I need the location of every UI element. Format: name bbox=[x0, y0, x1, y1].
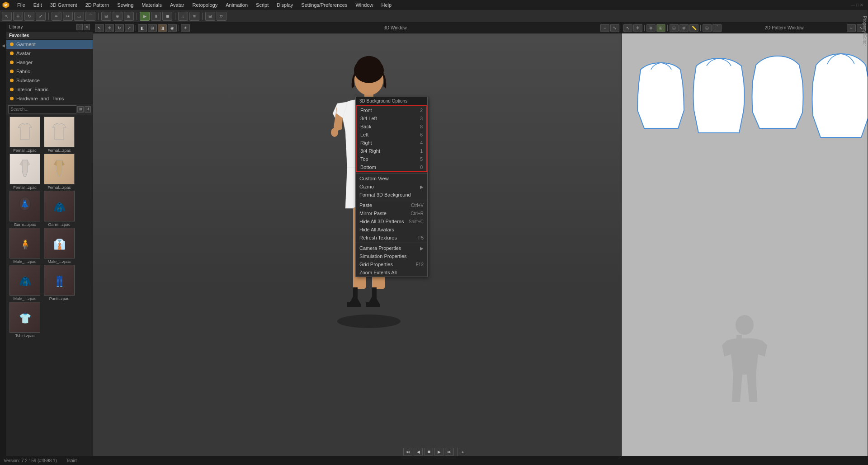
tree-item-hanger[interactable]: Hanger bbox=[6, 58, 93, 67]
asset-item-1[interactable]: Femal...zpac bbox=[8, 117, 42, 153]
ctx-paste[interactable]: Paste Ctrl+V bbox=[356, 201, 427, 209]
asset-item-3[interactable]: Femal...zpac bbox=[8, 154, 42, 190]
panel-minimize-btn[interactable]: − bbox=[76, 24, 83, 30]
panel-close-btn[interactable]: ✕ bbox=[84, 24, 90, 30]
vp-select-btn[interactable]: ↖ bbox=[95, 24, 104, 32]
pen-tool-btn[interactable]: ✏ bbox=[52, 12, 61, 21]
pattern-piece-1[interactable] bbox=[635, 61, 687, 132]
pattern-move-btn[interactable]: ✛ bbox=[633, 24, 642, 32]
menu-file[interactable]: File bbox=[14, 1, 29, 9]
simulate-btn[interactable]: ▶ bbox=[140, 12, 150, 21]
pattern-sew-btn[interactable]: ⌒ bbox=[712, 24, 722, 32]
app-logo[interactable]: M bbox=[2, 1, 10, 9]
menu-display[interactable]: Display bbox=[273, 1, 297, 9]
asset-item-4[interactable]: Femal...zpac bbox=[42, 154, 76, 190]
asset-item-9[interactable]: 🧥 Male_...zpac bbox=[8, 265, 42, 301]
pattern-select-btn[interactable]: ↖ bbox=[623, 24, 632, 32]
scale-tool-btn[interactable]: ⤢ bbox=[36, 12, 46, 21]
tree-item-substance[interactable]: Substance bbox=[6, 76, 93, 85]
ctx-grid-props[interactable]: Grid Properties F12 bbox=[356, 260, 427, 268]
vp-light-btn[interactable]: ☀ bbox=[181, 24, 190, 32]
asset-search-input[interactable] bbox=[8, 105, 76, 113]
stop-btn[interactable]: ⏹ bbox=[162, 12, 172, 21]
play-back-btn[interactable]: ◀ bbox=[414, 448, 423, 456]
vp-minimize-btn[interactable]: − bbox=[600, 24, 609, 32]
play-forward-btn[interactable]: ▶ bbox=[434, 448, 443, 456]
pause-btn[interactable]: ⏸ bbox=[151, 12, 161, 21]
play-end-btn[interactable]: ⏭ bbox=[445, 448, 454, 456]
asset-item-6[interactable]: 🧥 Garm...zpac bbox=[42, 191, 76, 227]
menu-edit[interactable]: Edit bbox=[30, 1, 46, 9]
v-tab-item[interactable]: ◀ bbox=[0, 41, 6, 51]
ctx-right[interactable]: Right 4 bbox=[357, 139, 426, 147]
menu-sewing[interactable]: Sewing bbox=[113, 1, 137, 9]
pattern-piece-2[interactable] bbox=[689, 56, 748, 136]
play-btn[interactable]: ⏮ bbox=[403, 448, 412, 456]
ctx-camera-props[interactable]: Camera Properties ▶ bbox=[356, 244, 427, 252]
asset-refresh-btn[interactable]: ↺ bbox=[85, 106, 91, 113]
vp-wireframe-btn[interactable]: ⊞ bbox=[148, 24, 157, 32]
vp-move-btn[interactable]: ✛ bbox=[105, 24, 114, 32]
pattern-grid-btn[interactable]: ⊟ bbox=[670, 24, 679, 32]
menu-2d-pattern[interactable]: 2D Pattern bbox=[82, 1, 113, 9]
arrangement-btn[interactable]: ⊟ bbox=[205, 12, 215, 21]
vp-expand-btn[interactable]: ⤡ bbox=[610, 24, 619, 32]
menu-script[interactable]: Script bbox=[252, 1, 272, 9]
ctx-format-3d-bg[interactable]: Format 3D Background bbox=[356, 191, 427, 199]
pattern-zoom-btn[interactable]: ⊕ bbox=[646, 24, 656, 32]
pattern-ruler-btn[interactable]: 📏 bbox=[689, 24, 698, 32]
rotate-tool-btn[interactable]: ↻ bbox=[24, 12, 34, 21]
asset-item-8[interactable]: 👔 Male_...zpac bbox=[42, 228, 76, 264]
ctx-bottom[interactable]: Bottom 0 bbox=[357, 163, 426, 171]
pattern-piece-4[interactable] bbox=[809, 52, 868, 141]
move-tool-btn[interactable]: ✛ bbox=[13, 12, 23, 21]
menu-materials[interactable]: Materials bbox=[138, 1, 165, 9]
vp-rotate-btn[interactable]: ↻ bbox=[115, 24, 124, 32]
pattern-fit-btn[interactable]: ⊞ bbox=[656, 24, 665, 32]
menu-help[interactable]: Help bbox=[378, 1, 396, 9]
vp-scale-btn[interactable]: ⤢ bbox=[125, 24, 134, 32]
menu-window[interactable]: Window bbox=[352, 1, 377, 9]
ctx-refresh-textures[interactable]: Refresh Textures F5 bbox=[356, 234, 427, 242]
tree-item-garment[interactable]: Garment bbox=[6, 40, 93, 49]
ctx-top[interactable]: Top 5 bbox=[357, 155, 426, 163]
menu-animation[interactable]: Animation bbox=[222, 1, 251, 9]
tree-item-avatar[interactable]: Avatar bbox=[6, 49, 93, 58]
pin-tool-btn[interactable]: ⊕ bbox=[113, 12, 123, 21]
pattern-arrange-btn[interactable]: ⊟ bbox=[703, 24, 712, 32]
vp-render-btn[interactable]: ◉ bbox=[168, 24, 177, 32]
sync-btn[interactable]: ⟳ bbox=[217, 12, 226, 21]
ctx-left[interactable]: Left 6 bbox=[357, 131, 426, 139]
scissors-tool-btn[interactable]: ✂ bbox=[63, 12, 73, 21]
wind-btn[interactable]: ≋ bbox=[189, 12, 199, 21]
viewport-3d-content[interactable]: 3D Background Options Front 2 3/4 Left 3… bbox=[93, 33, 621, 456]
select-tool-btn[interactable]: ↖ bbox=[2, 12, 12, 21]
vp-texture-btn[interactable]: ◨ bbox=[158, 24, 167, 32]
menu-3d-garment[interactable]: 3D Garment bbox=[47, 1, 81, 9]
tree-item-interior-fabric[interactable]: Interior_Fabric bbox=[6, 85, 93, 94]
pattern-content[interactable] bbox=[622, 33, 868, 456]
play-stop-btn[interactable]: ⏹ bbox=[424, 448, 433, 456]
ctx-hide-patterns[interactable]: Hide All 3D Patterns Shift+C bbox=[356, 217, 427, 225]
tree-item-hardware[interactable]: Hardware_and_Trims bbox=[6, 94, 93, 103]
ctx-3quarter-right[interactable]: 3/4 Right 1 bbox=[357, 147, 426, 155]
snap-tool-btn[interactable]: ⊞ bbox=[124, 12, 134, 21]
ctx-back[interactable]: Back 8 bbox=[357, 122, 426, 131]
ctx-gizmo[interactable]: Gizmo ▶ bbox=[356, 183, 427, 191]
shape-tool-btn[interactable]: ▭ bbox=[74, 12, 84, 21]
ctx-front[interactable]: Front 2 bbox=[357, 106, 426, 114]
asset-grid-view-btn[interactable]: ⊞ bbox=[77, 106, 84, 113]
vp-shading-btn[interactable]: ◧ bbox=[138, 24, 147, 32]
gravity-btn[interactable]: ↓ bbox=[178, 12, 188, 21]
menu-settings[interactable]: Settings/Preferences bbox=[297, 1, 351, 9]
ctx-custom-view[interactable]: Custom View bbox=[356, 174, 427, 183]
sewing-tool-btn[interactable]: ⊟ bbox=[101, 12, 111, 21]
asset-item-10[interactable]: 👖 Pants.zpac bbox=[42, 265, 76, 301]
menu-avatar[interactable]: Avatar bbox=[166, 1, 188, 9]
ctx-zoom-extents[interactable]: Zoom Extents All bbox=[356, 268, 427, 277]
asset-item-5[interactable]: 👗 Garm...zpac bbox=[8, 191, 42, 227]
arc-tool-btn[interactable]: ⌒ bbox=[85, 12, 95, 21]
ctx-mirror-paste[interactable]: Mirror Paste Ctrl+R bbox=[356, 209, 427, 217]
pattern-snap-btn[interactable]: ⊕ bbox=[679, 24, 689, 32]
pattern-piece-3[interactable] bbox=[750, 54, 805, 132]
